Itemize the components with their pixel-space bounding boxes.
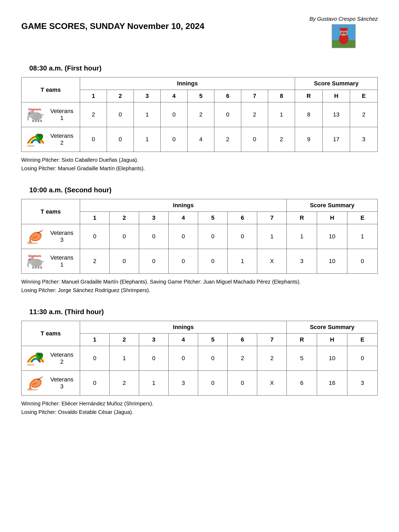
team-logo: Shrimpers: [26, 228, 45, 244]
team-logo: Elephants: [26, 107, 45, 123]
game-time-1: 08:30 a.m. (First hour): [29, 64, 378, 72]
summary-r-value: 5: [287, 346, 317, 371]
inning-cell-6: 0: [228, 371, 257, 396]
inning-cell-1: 2: [80, 249, 110, 274]
svg-rect-24: [38, 120, 39, 122]
team-row-1-2: Jagua Veterans 2 001042029173: [22, 127, 378, 152]
inning-cell-1: 2: [80, 102, 107, 127]
pitcher-line: Losing Pitcher: Osvaldo Estable César (J…: [21, 408, 378, 416]
svg-text:Jagua: Jagua: [27, 144, 34, 147]
inning-cell-5: 0: [198, 224, 228, 249]
summary-h-value: 13: [322, 102, 350, 127]
inning-cell-6: 0: [214, 102, 241, 127]
inning-num-5: 5: [198, 334, 228, 346]
inning-num-2: 2: [110, 212, 139, 224]
svg-text:Shrimpers: Shrimpers: [27, 388, 38, 391]
teams-header: T eams: [22, 321, 80, 346]
inning-cell-4: 0: [161, 102, 188, 127]
summary-r-header: R: [287, 212, 317, 224]
inning-cell-4: 0: [169, 224, 198, 249]
inning-num-3: 3: [139, 212, 169, 224]
pitchers-note-2: Winning Pitcher: Manuel Gradaille Martín…: [21, 277, 378, 294]
pitcher-line: Winning Pitcher: Eliécer Hernández Muñoz…: [21, 399, 378, 408]
team-name: Veterans 3: [49, 376, 75, 390]
svg-rect-48: [40, 266, 42, 269]
inning-cell-3: 0: [139, 249, 169, 274]
summary-r-value: 9: [295, 127, 323, 152]
svg-rect-30: [39, 140, 40, 143]
inning-num-8: 8: [268, 90, 295, 102]
score-table-1: T eamsInningsScore Summary12345678RHE El…: [21, 77, 378, 152]
score-summary-header: Score Summary: [287, 199, 378, 212]
team-name: Veterans 2: [49, 351, 75, 365]
pitchers-note-3: Winning Pitcher: Eliécer Hernández Muñoz…: [21, 399, 378, 416]
inning-num-1: 1: [80, 334, 110, 346]
team-logo: Jagua: [26, 350, 45, 366]
inning-cell-3: 0: [139, 224, 169, 249]
summary-e-value: 3: [350, 127, 378, 152]
pitchers-note-1: Winning Pitcher: Sixto Caballero Dueñas …: [21, 156, 378, 173]
summary-e-value: 3: [347, 371, 377, 396]
svg-rect-47: [38, 266, 39, 269]
teams-header: T eams: [22, 77, 80, 102]
inning-cell-2: 0: [110, 224, 139, 249]
inning-num-6: 6: [214, 90, 241, 102]
inning-cell-5: 0: [198, 371, 228, 396]
summary-r-value: 6: [287, 371, 317, 396]
inning-cell-6: 1: [228, 249, 257, 274]
inning-num-1: 1: [80, 212, 110, 224]
score-table-3: T eamsInningsScore Summary1234567RHE Jag…: [21, 321, 378, 396]
svg-rect-46: [35, 266, 37, 269]
svg-point-54: [38, 353, 40, 356]
inning-cell-8: 1: [268, 102, 295, 127]
inning-num-6: 6: [228, 212, 257, 224]
author-silhouette: [332, 24, 356, 48]
inning-cell-4: 0: [169, 346, 198, 371]
game-time-2: 10:00 a.m. (Second hour): [29, 186, 378, 194]
team-cell: Jagua Veterans 2: [22, 127, 80, 152]
author-section: By Gustavo Crespo Sánchez: [309, 16, 378, 48]
inning-num-7: 7: [241, 90, 268, 102]
inning-cell-1: 0: [80, 127, 107, 152]
innings-header: Innings: [80, 199, 287, 212]
inning-cell-4: 0: [161, 127, 188, 152]
svg-rect-53: [39, 359, 40, 362]
svg-point-20: [29, 113, 30, 114]
svg-point-58: [38, 379, 39, 380]
innings-header: Innings: [80, 77, 295, 90]
page-container: GAME SCORES, SUNDAY November 10, 2024 By…: [21, 16, 378, 416]
inning-cell-7: X: [257, 249, 287, 274]
inning-cell-7: 2: [257, 346, 287, 371]
summary-h-value: 10: [317, 346, 347, 371]
inning-cell-3: 1: [134, 102, 161, 127]
team-row-1-1: Elephants Veterans 1 201020218132: [22, 102, 378, 127]
inning-num-3: 3: [139, 334, 169, 346]
inning-num-4: 4: [169, 334, 198, 346]
inning-num-3: 3: [134, 90, 161, 102]
summary-e-value: 2: [350, 102, 378, 127]
teams-header: T eams: [22, 199, 80, 224]
score-summary-header: Score Summary: [295, 77, 378, 90]
game-section-3: 11:30 a.m. (Third hour)T eamsInningsScor…: [21, 308, 378, 416]
score-table-2: T eamsInningsScore Summary1234567RHE Shr…: [21, 199, 378, 274]
inning-cell-6: 2: [228, 346, 257, 371]
inning-cell-2: 0: [110, 249, 139, 274]
game-time-3: 11:30 a.m. (Third hour): [29, 308, 378, 316]
inning-cell-4: 0: [169, 249, 198, 274]
team-name: Veterans 1: [49, 108, 75, 122]
inning-num-7: 7: [257, 212, 287, 224]
team-cell: Shrimpers Veterans 3: [22, 371, 80, 396]
inning-cell-5: 0: [198, 249, 228, 274]
game-section-2: 10:00 a.m. (Second hour)T eamsInningsSco…: [21, 186, 378, 294]
inning-cell-1: 0: [80, 371, 110, 396]
svg-rect-23: [35, 120, 37, 122]
svg-text:Shrimpers: Shrimpers: [27, 242, 38, 244]
inning-num-2: 2: [107, 90, 134, 102]
team-row-2-2: Elephants Veterans 1 200001X3100: [22, 249, 378, 274]
team-logo: Shrimpers: [26, 375, 45, 391]
page-header: GAME SCORES, SUNDAY November 10, 2024 By…: [21, 16, 378, 48]
inning-cell-5: 4: [188, 127, 214, 152]
page-title: GAME SCORES, SUNDAY November 10, 2024: [21, 21, 204, 31]
inning-num-7: 7: [257, 334, 287, 346]
author-name: By Gustavo Crespo Sánchez: [309, 16, 378, 22]
